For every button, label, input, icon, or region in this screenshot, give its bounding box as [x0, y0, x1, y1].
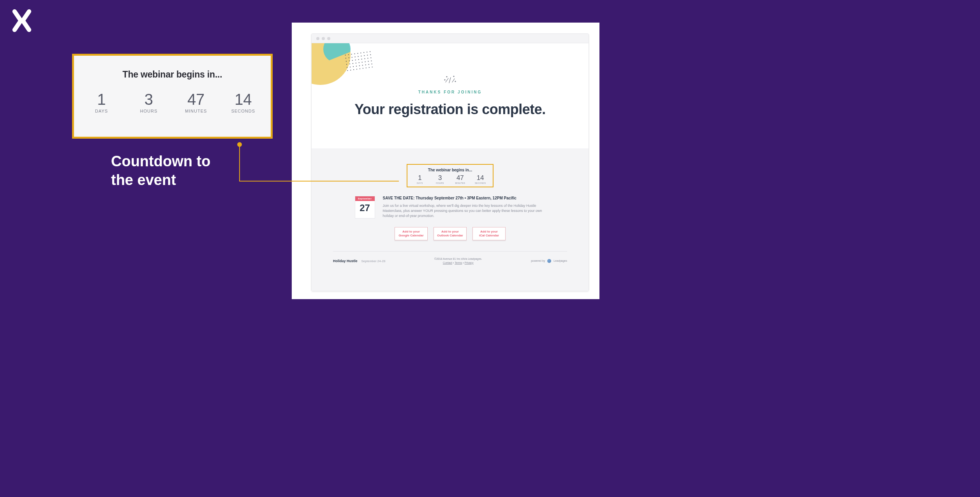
countdown-widget: The webinar begins in... 1 DAYS 3 HOURS … — [407, 164, 494, 187]
button-line: Google Calendar — [398, 234, 423, 237]
footer-link-terms[interactable]: Terms — [455, 261, 462, 264]
button-line: iCal Calendar — [479, 234, 499, 237]
save-the-date-body: Join us for a live virtual workshop, whe… — [383, 203, 546, 219]
countdown-zoom-panel: The webinar begins in... 1 DAYS 3 HOURS … — [72, 54, 273, 139]
browser-window: THANKS FOR JOINING Your registration is … — [311, 33, 589, 291]
countdown-label: MINUTES — [185, 109, 207, 113]
annotation-caption-line: Countdown to — [111, 153, 210, 169]
countdown-value: 47 — [457, 174, 464, 181]
brand-logo-icon — [10, 9, 34, 33]
ornament-dots-icon — [344, 50, 373, 71]
countdown-unit-minutes: 47 MINUTES — [450, 174, 471, 184]
annotation-caption: Countdown to the event — [111, 152, 275, 189]
countdown-label: DAYS — [95, 109, 108, 113]
footer-link-privacy[interactable]: Privacy — [465, 261, 474, 264]
landing-page: THANKS FOR JOINING Your registration is … — [312, 43, 589, 291]
countdown-value: 47 — [187, 92, 205, 107]
window-dot-icon — [322, 37, 325, 40]
countdown-value: 1 — [97, 92, 106, 107]
countdown-label: DAYS — [417, 182, 423, 184]
countdown-unit-minutes: 47 MINUTES — [173, 92, 220, 113]
countdown-label: SECONDS — [475, 182, 486, 184]
confetti-icon — [444, 74, 457, 87]
calendar-month: September — [355, 196, 375, 201]
countdown-label: HOURS — [140, 109, 158, 113]
countdown-value: 3 — [438, 174, 442, 181]
countdown-value: 14 — [477, 174, 484, 181]
window-dot-icon — [327, 37, 330, 40]
countdown-value: 3 — [145, 92, 153, 107]
footer-link-contact[interactable]: Contact — [443, 261, 452, 264]
annotation-caption-line: the event — [111, 172, 176, 188]
button-line: Add to your — [402, 230, 420, 233]
countdown-value: 1 — [418, 174, 421, 181]
svg-point-3 — [444, 79, 445, 80]
countdown-label: MINUTES — [455, 182, 465, 184]
add-to-ical-calendar-button[interactable]: Add to your iCal Calendar — [472, 227, 506, 240]
svg-point-2 — [455, 81, 456, 82]
footer-dates: September 24-28 — [361, 259, 386, 263]
footer-copyright: ©2018 Avenue 81 Inc d/b/a Leadpages. — [434, 257, 482, 260]
svg-point-1 — [453, 76, 454, 77]
countdown-unit-seconds: 14 SECONDS — [470, 174, 490, 184]
countdown-unit-days: 1 DAYS — [410, 174, 430, 184]
powered-by-prefix: powered by — [531, 259, 545, 262]
countdown-label: SECONDS — [231, 109, 255, 113]
button-line: Outlook Calendar — [437, 234, 463, 237]
hero-headline: Your registration is complete. — [354, 101, 545, 118]
footer-brand: Holiday Hustle — [333, 259, 358, 263]
leadpages-logo-icon — [547, 259, 551, 263]
calendar-day: 27 — [355, 201, 375, 216]
add-to-google-calendar-button[interactable]: Add to your Google Calendar — [395, 227, 428, 240]
powered-by-brand: Leadpages — [553, 259, 567, 262]
countdown-unit-seconds: 14 SECONDS — [220, 92, 267, 113]
save-the-date-heading: SAVE THE DATE: Thursday September 27th •… — [383, 196, 546, 200]
countdown-unit-hours: 3 HOURS — [430, 174, 450, 184]
countdown-label: HOURS — [436, 182, 444, 184]
countdown-title: The webinar begins in... — [410, 168, 490, 172]
svg-point-0 — [446, 76, 447, 77]
screenshot-stage: THANKS FOR JOINING Your registration is … — [292, 23, 599, 299]
countdown-unit-days: 1 DAYS — [78, 92, 125, 113]
calendar-date-icon: September 27 — [355, 196, 375, 219]
countdown-title: The webinar begins in... — [123, 69, 222, 80]
countdown-value: 14 — [234, 92, 252, 107]
hero-eyebrow: THANKS FOR JOINING — [418, 90, 482, 94]
button-line: Add to your — [480, 230, 498, 233]
window-dot-icon — [316, 37, 319, 40]
button-line: Add to your — [441, 230, 459, 233]
browser-titlebar — [312, 34, 589, 43]
countdown-unit-hours: 3 HOURS — [125, 92, 172, 113]
add-to-outlook-calendar-button[interactable]: Add to your Outlook Calendar — [434, 227, 467, 240]
footer-legal: ©2018 Avenue 81 Inc d/b/a Leadpages. Con… — [385, 257, 531, 265]
